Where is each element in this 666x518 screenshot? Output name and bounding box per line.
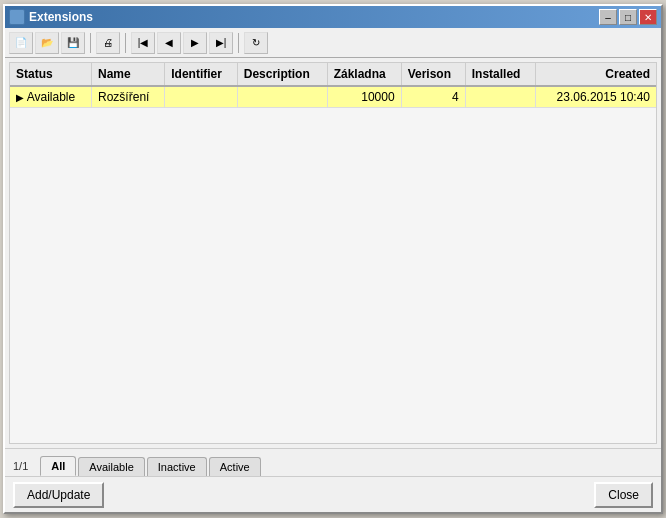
tab-inactive[interactable]: Inactive <box>147 457 207 476</box>
col-installed: Installed <box>465 63 535 86</box>
col-description: Description <box>237 63 327 86</box>
row-created-cell: 23.06.2015 10:40 <box>535 86 656 108</box>
pager-label: 1/1 <box>13 460 28 472</box>
save-button[interactable]: 💾 <box>61 32 85 54</box>
row-verison-cell: 4 <box>401 86 465 108</box>
col-identifier: Identifier <box>165 63 237 86</box>
tab-active[interactable]: Active <box>209 457 261 476</box>
status-section: 1/1 All Available Inactive Active <box>5 448 661 476</box>
tab-bar: All Available Inactive Active <box>40 456 262 476</box>
content-area: Status Name Identifier Description Zákla… <box>9 62 657 444</box>
nav-next-button[interactable]: ▶ <box>183 32 207 54</box>
separator-1 <box>90 33 91 53</box>
row-zakladna-cell: 10000 <box>327 86 401 108</box>
main-window: Extensions – □ ✕ 📄 📂 💾 🖨 |◀ ◀ ▶ <box>3 4 663 514</box>
nav-last-button[interactable]: ▶| <box>209 32 233 54</box>
col-created: Created <box>535 63 656 86</box>
nav-prev-icon: ◀ <box>165 37 173 48</box>
nav-first-button[interactable]: |◀ <box>131 32 155 54</box>
col-zakladna: Základna <box>327 63 401 86</box>
nav-last-icon: ▶| <box>216 37 227 48</box>
print-icon: 🖨 <box>103 37 113 48</box>
row-status-value: Available <box>27 90 75 104</box>
refresh-icon: ↻ <box>252 37 260 48</box>
separator-2 <box>125 33 126 53</box>
close-window-button[interactable]: ✕ <box>639 9 657 25</box>
extensions-table: Status Name Identifier Description Zákla… <box>10 63 656 108</box>
row-arrow-icon: ▶ <box>16 92 24 103</box>
window-title: Extensions <box>29 10 599 24</box>
row-installed-cell <box>465 86 535 108</box>
nav-next-icon: ▶ <box>191 37 199 48</box>
new-doc-icon: 📄 <box>15 37 27 48</box>
save-icon: 💾 <box>67 37 79 48</box>
refresh-button[interactable]: ↻ <box>244 32 268 54</box>
print-button[interactable]: 🖨 <box>96 32 120 54</box>
col-name: Name <box>92 63 165 86</box>
separator-3 <box>238 33 239 53</box>
nav-prev-button[interactable]: ◀ <box>157 32 181 54</box>
table-header-row: Status Name Identifier Description Zákla… <box>10 63 656 86</box>
tab-all[interactable]: All <box>40 456 76 476</box>
title-bar: Extensions – □ ✕ <box>5 6 661 28</box>
maximize-button[interactable]: □ <box>619 9 637 25</box>
nav-first-icon: |◀ <box>138 37 149 48</box>
open-button[interactable]: 📂 <box>35 32 59 54</box>
add-update-button[interactable]: Add/Update <box>13 482 104 508</box>
table-container: Status Name Identifier Description Zákla… <box>10 63 656 443</box>
title-bar-buttons: – □ ✕ <box>599 9 657 25</box>
open-icon: 📂 <box>41 37 53 48</box>
close-button[interactable]: Close <box>594 482 653 508</box>
new-doc-button[interactable]: 📄 <box>9 32 33 54</box>
row-description-cell <box>237 86 327 108</box>
tab-available[interactable]: Available <box>78 457 144 476</box>
table-row[interactable]: ▶ Available Rozšíření 10000 4 23.06.2015… <box>10 86 656 108</box>
bottom-bar: Add/Update Close <box>5 476 661 512</box>
minimize-button[interactable]: – <box>599 9 617 25</box>
row-name-cell: Rozšíření <box>92 86 165 108</box>
row-identifier-cell <box>165 86 237 108</box>
col-status: Status <box>10 63 92 86</box>
window-icon <box>9 9 25 25</box>
row-status-cell: ▶ Available <box>10 86 92 108</box>
toolbar: 📄 📂 💾 🖨 |◀ ◀ ▶ ▶| ↻ <box>5 28 661 58</box>
col-verison: Verison <box>401 63 465 86</box>
